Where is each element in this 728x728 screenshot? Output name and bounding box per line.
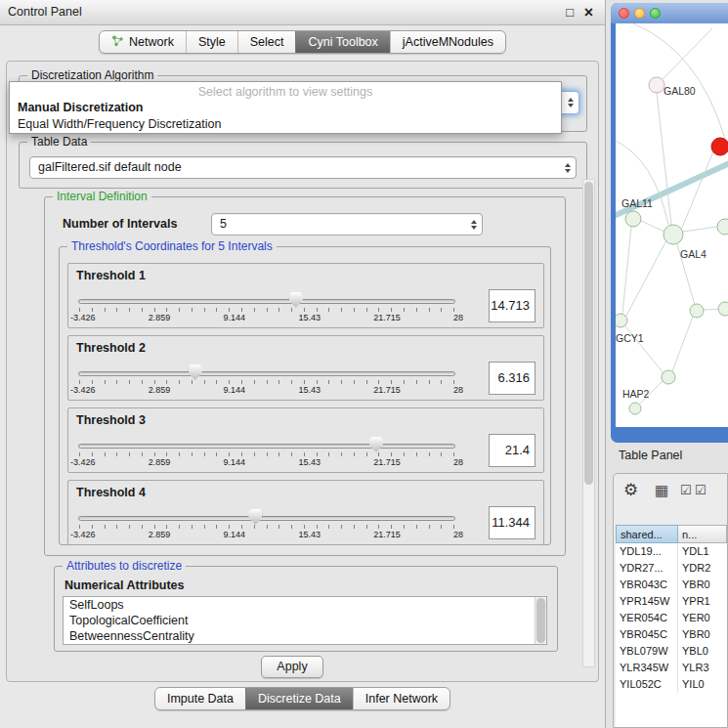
scale-label: 2.859	[149, 313, 171, 322]
table-row[interactable]: YIL052CYIL0	[616, 676, 727, 693]
table-row[interactable]: YER054CYER0	[616, 610, 727, 626]
table-header-row: shared... n...	[616, 525, 727, 543]
network-node-gal4[interactable]	[664, 225, 683, 244]
table-row[interactable]: YPR145WYPR1	[616, 593, 727, 610]
scale-label: 2.859	[149, 457, 171, 467]
tab-infer-network[interactable]: Infer Network	[353, 688, 450, 709]
threshold-value-field[interactable]: 6.316	[489, 362, 535, 395]
dropdown-option-equal-width-frequency-discretization[interactable]: Equal Width/Frequency Discretization	[10, 116, 561, 133]
tab-impute-data[interactable]: Impute Data	[155, 688, 245, 709]
threshold-slider[interactable]: -3.4262.8599.14415.4321.71528	[78, 512, 455, 543]
tab-discretize-data[interactable]: Discretize Data	[245, 688, 353, 709]
table-row[interactable]: YLR345WYLR3	[616, 660, 727, 676]
scale-label: 15.43	[298, 385, 321, 395]
table-data-dropdown[interactable]: galFiltered.sif default node	[29, 156, 577, 179]
panel-scrollbar-thumb[interactable]	[584, 182, 593, 485]
scale-label: 28	[453, 530, 463, 539]
tab-network[interactable]: Network	[100, 31, 186, 53]
network-node-gal11[interactable]	[625, 211, 641, 227]
zoom-traffic-light[interactable]	[650, 8, 661, 19]
dropdown-option-manual-discretization[interactable]: Manual Discretization	[10, 100, 561, 116]
list-scrollbar-thumb[interactable]	[536, 598, 545, 643]
slider-track[interactable]	[78, 371, 455, 376]
network-node-gal80[interactable]	[649, 77, 664, 93]
table-row[interactable]: YBR043CYBR0	[616, 577, 727, 593]
network-edge[interactable]	[633, 23, 725, 139]
network-edge[interactable]	[683, 227, 717, 232]
column-header-name[interactable]: n...	[678, 525, 727, 543]
panel-scrollbar[interactable]	[582, 179, 595, 667]
table-row[interactable]: YDL19...YDL1	[616, 543, 727, 560]
threshold-slider[interactable]: -3.4262.8599.14415.4321.71528	[78, 295, 455, 326]
tab-jactivemnodules[interactable]: jActiveMNodules	[390, 31, 505, 53]
network-edge[interactable]	[641, 221, 664, 232]
tab-select[interactable]: Select	[237, 31, 296, 53]
threshold-value-field[interactable]: 14.713	[489, 289, 535, 322]
table-row[interactable]: YBL079WYBL0	[616, 643, 727, 660]
select-all-checkbox-icon[interactable]: ☑	[680, 483, 692, 497]
columns-icon[interactable]: ▦	[655, 482, 668, 499]
network-edge[interactable]	[626, 240, 666, 316]
network-window-titlebar	[611, 3, 728, 23]
scale-label: 21.715	[373, 530, 401, 539]
slider-track[interactable]	[78, 444, 455, 449]
network-node-gcy1[interactable]	[616, 314, 627, 327]
scale-label: -3.426	[70, 457, 96, 467]
network-node[interactable]	[690, 304, 704, 318]
threshold-slider[interactable]: -3.4262.8599.14415.4321.71528	[78, 440, 455, 471]
close-icon[interactable]: ×	[584, 0, 593, 24]
minimize-traffic-light[interactable]	[634, 8, 645, 19]
list-scrollbar[interactable]	[535, 597, 546, 644]
slider-thumb[interactable]	[369, 437, 383, 452]
slider-thumb[interactable]	[248, 509, 262, 525]
gear-icon[interactable]: ⚙	[623, 480, 638, 500]
threshold-value-field[interactable]: 11.344	[489, 506, 535, 539]
scale-label: 15.43	[298, 457, 321, 467]
list-item-topologicalcoefficient[interactable]: TopologicalCoefficient	[64, 613, 546, 628]
threshold-slider[interactable]: -3.4262.8599.14415.4321.71528	[78, 367, 455, 399]
list-item-selfloops[interactable]: SelfLoops	[64, 597, 546, 613]
network-node-hap2[interactable]	[629, 403, 641, 414]
dropdown-arrows-icon	[565, 163, 571, 173]
scale-label: 28	[453, 385, 463, 395]
network-edge[interactable]	[682, 151, 713, 228]
tab-cyni-toolbox[interactable]: Cyni Toolbox	[295, 31, 389, 53]
restore-icon[interactable]: □	[566, 0, 574, 24]
slider-track[interactable]	[78, 299, 455, 304]
slider-thumb[interactable]	[289, 292, 303, 308]
network-node[interactable]	[718, 302, 728, 316]
tab-label: Impute Data	[167, 692, 234, 706]
column-header-shared-name[interactable]: shared...	[616, 525, 678, 543]
slider-ticks	[79, 308, 454, 312]
threshold-value-field[interactable]: 21.4	[489, 434, 535, 467]
network-node[interactable]	[717, 219, 728, 235]
apply-button[interactable]: Apply	[261, 656, 323, 678]
network-view-window: GAL80GAL11GAL4GCY1HAP2	[611, 3, 728, 443]
table-cell: YLR3	[678, 660, 727, 676]
dropdown-arrows-icon	[471, 220, 477, 230]
scale-label: 2.859	[149, 530, 171, 539]
network-node[interactable]	[711, 138, 728, 155]
group-label: Interval Definition	[53, 190, 151, 203]
network-edge[interactable]	[663, 28, 712, 79]
slider-track[interactable]	[78, 516, 455, 521]
tab-control: NetworkStyleSelectCyni ToolboxjActiveMNo…	[99, 30, 506, 54]
list-item-betweennesscentrality[interactable]: BetweennessCentrality	[64, 628, 546, 644]
scale-label: 9.144	[224, 313, 246, 322]
table-row[interactable]: YBR045CYBR0	[616, 626, 727, 643]
tab-label: Infer Network	[365, 692, 438, 706]
network-edge[interactable]	[657, 93, 671, 225]
table-row[interactable]: YDR27...YDR2	[616, 560, 727, 577]
network-node[interactable]	[662, 370, 675, 384]
network-edge[interactable]	[622, 227, 631, 314]
node-label: GCY1	[616, 332, 644, 344]
select-column-checkbox-icon[interactable]: ☑	[695, 483, 707, 497]
network-canvas[interactable]: GAL80GAL11GAL4GCY1HAP2	[616, 23, 728, 427]
bottom-tab-bar: Impute DataDiscretize DataInfer Network	[0, 687, 605, 710]
close-traffic-light[interactable]	[619, 8, 629, 19]
number-of-intervals-dropdown[interactable]: 5	[211, 213, 483, 236]
network-edge[interactable]	[672, 317, 693, 371]
tab-style[interactable]: Style	[186, 31, 237, 53]
table-cell: YIL052C	[616, 676, 678, 693]
slider-thumb[interactable]	[189, 364, 202, 380]
